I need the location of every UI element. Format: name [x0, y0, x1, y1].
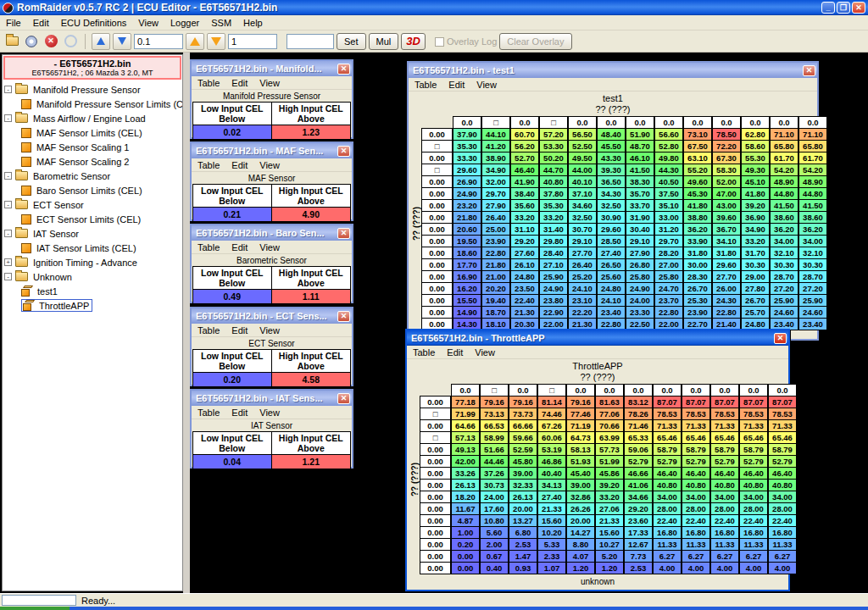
sensor-ect-sensor-menu-edit[interactable]: Edit	[225, 325, 253, 336]
test1-data-cell[interactable]: 52.70	[510, 152, 539, 164]
throttleapp-data-cell[interactable]: 51.93	[566, 455, 595, 468]
sensor-ect-sensor-close-icon[interactable]: ✕	[337, 311, 350, 322]
test1-data-cell[interactable]: 31.90	[626, 211, 654, 224]
test1-data-cell[interactable]: 31.10	[510, 223, 539, 236]
test1-data-cell[interactable]: 78.50	[712, 128, 741, 141]
test1-data-cell[interactable]: 23.10	[568, 294, 597, 307]
test1-data-cell[interactable]: 24.90	[539, 282, 568, 295]
throttleapp-data-cell[interactable]: 79.16	[566, 396, 595, 408]
test1-data-cell[interactable]: 29.70	[481, 187, 510, 200]
test1-close-icon[interactable]: ✕	[803, 65, 815, 76]
sensor-manifold-pressure-sensor-menu-edit[interactable]: Edit	[225, 78, 253, 88]
throttleapp-data-cell[interactable]: 17.60	[480, 502, 509, 515]
throttleapp-data-cell[interactable]: 60.06	[537, 431, 566, 444]
test1-data-cell[interactable]: 31.40	[539, 223, 568, 236]
test1-data-cell[interactable]: 41.50	[626, 164, 654, 176]
test1-data-cell[interactable]: 29.10	[626, 235, 654, 247]
sensor-maf-sensor-close-icon[interactable]: ✕	[337, 146, 350, 157]
throttleapp-data-cell[interactable]: 87.07	[710, 396, 739, 408]
close-rom-button[interactable]: ✕	[42, 33, 59, 50]
throttleapp-menu-view[interactable]: View	[469, 347, 501, 358]
throttleapp-data-cell[interactable]: 21.33	[537, 502, 566, 515]
throttleapp-data-cell[interactable]: 6.27	[682, 550, 710, 563]
throttleapp-row-header-cell[interactable]: □	[420, 431, 451, 444]
test1-data-cell[interactable]: 38.40	[510, 187, 539, 200]
test1-col-header-cell[interactable]: 0.0	[741, 116, 770, 129]
test1-data-cell[interactable]: 33.70	[626, 199, 654, 212]
test1-data-cell[interactable]: 18.70	[481, 306, 510, 319]
fine-increment-input[interactable]	[134, 34, 183, 49]
throttleapp-data-cell[interactable]: 28.00	[768, 502, 797, 515]
throttleapp-data-cell[interactable]: 4.00	[653, 562, 682, 574]
throttleapp-data-cell[interactable]: 1.20	[566, 562, 595, 574]
mul-button[interactable]: Mul	[369, 33, 399, 50]
test1-data-cell[interactable]: 49.30	[741, 164, 770, 176]
test1-data-cell[interactable]: 21.80	[481, 258, 510, 271]
test1-data-cell[interactable]: 71.10	[770, 128, 798, 141]
sensor-barometric-sensor-menu-table[interactable]: Table	[192, 242, 225, 252]
increment-fine-down-button[interactable]	[113, 33, 131, 50]
throttleapp-close-icon[interactable]: ✕	[774, 333, 787, 344]
sidebar-item-baro-sensor-limits-cel-[interactable]: Baro Sensor Limits (CEL)	[4, 183, 182, 197]
throttleapp-data-cell[interactable]: 23.60	[624, 514, 653, 527]
test1-menu-edit[interactable]: Edit	[442, 80, 470, 90]
test1-data-cell[interactable]: 41.20	[481, 140, 510, 152]
throttleapp-data-cell[interactable]: 30.73	[480, 479, 509, 491]
throttleapp-data-cell[interactable]: 10.80	[480, 514, 509, 527]
throttleapp-data-cell[interactable]: 71.33	[653, 419, 682, 432]
test1-data-cell[interactable]: 67.30	[712, 152, 741, 164]
throttleapp-data-cell[interactable]: 5.33	[537, 538, 566, 551]
test1-data-cell[interactable]: 29.80	[539, 235, 568, 247]
test1-data-cell[interactable]: 52.50	[568, 140, 597, 152]
throttleapp-data-cell[interactable]: 26.13	[451, 479, 480, 491]
throttleapp-data-cell[interactable]: 79.16	[509, 396, 537, 408]
throttleapp-data-cell[interactable]: 65.46	[768, 431, 797, 444]
test1-data-cell[interactable]: 39.60	[712, 211, 741, 224]
sensor-iat-sensor-menu-view[interactable]: View	[253, 408, 286, 418]
throttleapp-data-cell[interactable]: 7.73	[624, 550, 653, 563]
throttleapp-data-cell[interactable]: 26.26	[566, 502, 595, 515]
test1-row-header-cell[interactable]: 0.00	[421, 223, 453, 236]
sensor-barometric-sensor-menu-edit[interactable]: Edit	[225, 242, 253, 252]
test1-data-cell[interactable]: 37.90	[453, 128, 481, 141]
test1-col-header-cell[interactable]: 0.0	[798, 116, 827, 129]
sidebar-item-ect-sensor-limits-cel-[interactable]: ECT Sensor Limits (CEL)	[4, 212, 182, 226]
throttleapp-data-cell[interactable]: 57.73	[595, 443, 624, 456]
test1-data-cell[interactable]: 58.60	[741, 140, 770, 152]
throttleapp-data-cell[interactable]: 27.06	[595, 502, 624, 515]
throttleapp-data-cell[interactable]: 1.20	[595, 562, 624, 574]
test1-data-cell[interactable]: 35.10	[654, 199, 683, 212]
throttleapp-data-cell[interactable]: 57.13	[451, 431, 480, 444]
test1-data-cell[interactable]: 55.20	[683, 164, 712, 176]
test1-menu-view[interactable]: View	[470, 80, 503, 90]
sidebar-item-maf-sensor-scaling-2[interactable]: MAF Sensor Scaling 2	[4, 154, 182, 169]
throttleapp-data-cell[interactable]: 34.66	[624, 491, 653, 503]
test1-data-cell[interactable]: 44.70	[539, 164, 568, 176]
test1-data-cell[interactable]: 43.30	[597, 152, 626, 164]
test1-data-cell[interactable]: 22.80	[654, 306, 683, 319]
test1-data-cell[interactable]: 25.60	[597, 270, 626, 283]
throttleapp-col-header-cell[interactable]: □	[537, 384, 566, 396]
test1-data-cell[interactable]: 22.20	[568, 306, 597, 319]
throttleapp-data-cell[interactable]: 52.79	[768, 455, 797, 468]
throttleapp-data-cell[interactable]: 4.00	[768, 562, 797, 574]
test1-data-cell[interactable]: 30.40	[626, 223, 654, 236]
test1-data-cell[interactable]: 29.60	[453, 164, 481, 176]
test1-data-cell[interactable]: 54.20	[770, 164, 798, 176]
sensor-maf-sensor-low-cell[interactable]: 0.21	[192, 207, 272, 222]
throttleapp-data-cell[interactable]: 26.13	[509, 491, 537, 503]
sidebar-item-maf-sensor-limits-cel-[interactable]: MAF Sensor Limits (CEL)	[4, 125, 182, 140]
throttleapp-data-cell[interactable]: 83.12	[624, 396, 653, 408]
test1-data-cell[interactable]: 33.20	[539, 211, 568, 224]
test1-data-cell[interactable]: 35.70	[626, 187, 654, 200]
test1-data-cell[interactable]: 19.50	[453, 235, 481, 247]
test1-data-cell[interactable]: 27.00	[654, 258, 683, 271]
throttleapp-data-cell[interactable]: 46.40	[739, 467, 768, 480]
test1-data-cell[interactable]: 40.10	[568, 175, 597, 188]
test1-row-header-cell[interactable]: 0.00	[421, 128, 453, 141]
throttleapp-data-cell[interactable]: 45.40	[566, 467, 595, 480]
throttleapp-data-cell[interactable]: 73.13	[480, 408, 509, 420]
throttleapp-data-cell[interactable]: 51.66	[480, 443, 509, 456]
test1-data-cell[interactable]: 27.20	[798, 282, 827, 295]
test1-data-cell[interactable]: 30.30	[741, 258, 770, 271]
